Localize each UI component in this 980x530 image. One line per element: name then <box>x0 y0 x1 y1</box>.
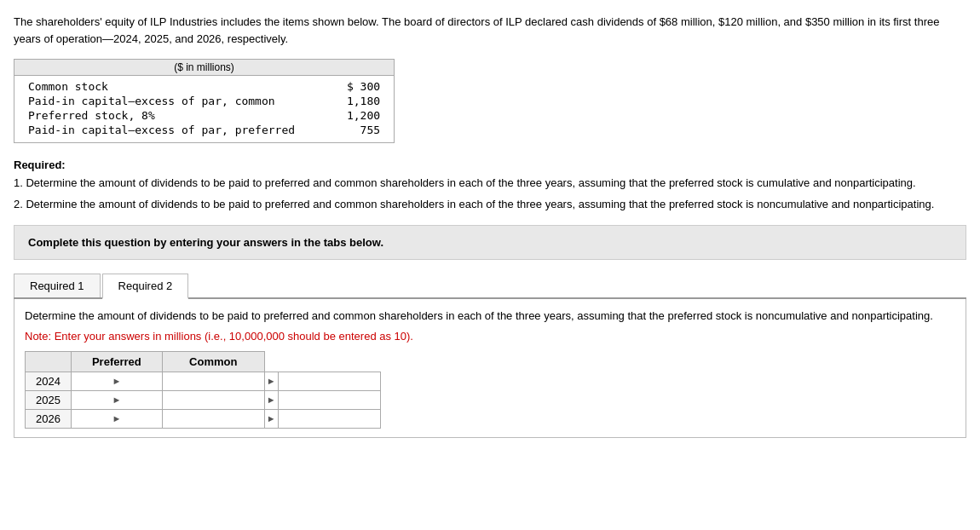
complete-box: Complete this question by entering your … <box>14 225 966 260</box>
common-arrow: ► <box>264 372 278 390</box>
tab-required1[interactable]: Required 1 <box>14 274 101 297</box>
col-header-common: Common <box>162 351 264 372</box>
equity-table: ($ in millions) Common stock$ 300Paid-in… <box>14 59 395 143</box>
preferred-arrow: ► <box>71 372 162 390</box>
table-row: 2024 ► ► <box>26 372 381 390</box>
common-input-cell[interactable] <box>278 372 380 390</box>
tab-content: Determine the amount of dividends to be … <box>14 299 966 438</box>
equity-table-header: ($ in millions) <box>14 60 394 76</box>
table-row: 2026 ► ► <box>26 409 381 428</box>
year-label: 2025 <box>26 390 72 409</box>
equity-row: Paid-in capital–excess of par, preferred… <box>28 123 380 137</box>
col-header-blank <box>26 351 72 372</box>
preferred-input-cell[interactable] <box>162 409 264 428</box>
preferred-input-cell[interactable] <box>162 372 264 390</box>
equity-table-body: Common stock$ 300Paid-in capital–excess … <box>14 76 394 142</box>
common-input[interactable] <box>279 410 380 428</box>
preferred-input[interactable] <box>163 391 264 409</box>
common-arrow: ► <box>264 390 278 409</box>
required-section: Required: 1. Determine the amount of div… <box>14 157 966 213</box>
preferred-arrow: ► <box>71 409 162 428</box>
preferred-input[interactable] <box>163 410 264 428</box>
equity-row: Common stock$ 300 <box>28 79 380 94</box>
required-item-1: 1. Determine the amount of dividends to … <box>14 175 966 193</box>
common-input[interactable] <box>279 372 380 390</box>
common-input-cell[interactable] <box>278 390 380 409</box>
common-input-cell[interactable] <box>278 409 380 428</box>
tab-note: Note: Enter your answers in millions (i.… <box>25 330 955 343</box>
intro-text: The shareholders' equity of ILP Industri… <box>14 14 966 47</box>
equity-row: Paid-in capital–excess of par, common1,1… <box>28 94 380 108</box>
required-heading: Required: <box>14 158 66 171</box>
tab-required2[interactable]: Required 2 <box>102 274 189 299</box>
common-arrow: ► <box>264 409 278 428</box>
col-header-preferred: Preferred <box>71 351 162 372</box>
year-label: 2024 <box>26 372 72 390</box>
preferred-arrow: ► <box>71 390 162 409</box>
required-item-2: 2. Determine the amount of dividends to … <box>14 196 966 214</box>
preferred-input[interactable] <box>163 372 264 390</box>
tabs-row: Required 1 Required 2 <box>14 274 966 299</box>
tab-description: Determine the amount of dividends to be … <box>25 308 955 325</box>
equity-row: Preferred stock, 8%1,200 <box>28 108 380 123</box>
tabs-container: Required 1 Required 2 Determine the amou… <box>14 274 966 438</box>
preferred-input-cell[interactable] <box>162 390 264 409</box>
table-row: 2025 ► ► <box>26 390 381 409</box>
year-label: 2026 <box>26 409 72 428</box>
common-input[interactable] <box>279 391 380 409</box>
answer-table: Preferred Common 2024 ► ► 2025 ► ► <box>25 351 381 429</box>
